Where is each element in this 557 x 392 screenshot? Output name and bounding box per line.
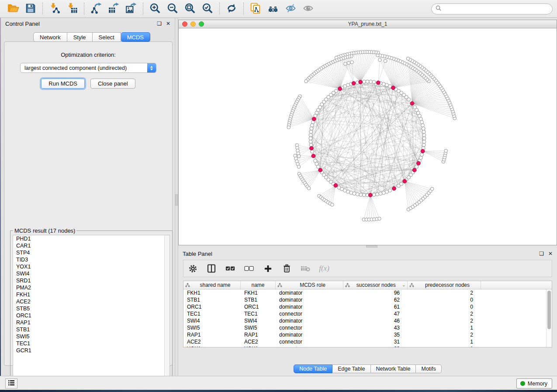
run-mcds-button[interactable]: Run MCDS — [41, 79, 85, 89]
graph-leaf-node[interactable] — [330, 203, 334, 206]
graph-leaf-node[interactable] — [344, 62, 347, 66]
table-cell[interactable]: 31 — [343, 338, 408, 345]
search-input[interactable] — [443, 6, 548, 12]
zoom-out-button[interactable] — [164, 1, 181, 16]
float-panel-icon[interactable]: ❏ — [539, 251, 544, 256]
table-cell[interactable]: 2 — [408, 289, 481, 296]
table-cell[interactable]: SWI4 — [241, 317, 276, 324]
table-cell[interactable]: 61 — [343, 303, 408, 310]
column-header-MCDS-role[interactable]: MCDS role — [276, 281, 343, 289]
graph-mcds-hub-node[interactable] — [410, 102, 414, 106]
graph-leaf-node[interactable] — [378, 217, 381, 220]
column-header-shared-name[interactable]: shared name — [183, 281, 241, 289]
table-cell[interactable]: connector — [276, 345, 343, 347]
table-cell[interactable]: 2 — [408, 310, 481, 317]
mcds-result-item[interactable]: PHD1 — [13, 235, 170, 242]
table-cell[interactable]: STB1 — [241, 296, 276, 303]
table-cell[interactable]: 1 — [408, 324, 481, 331]
table-row[interactable]: ORC1ORC1dominator610 — [183, 303, 546, 310]
mcds-result-item[interactable]: TEC1 — [13, 340, 170, 347]
table-cell[interactable]: dominator — [276, 303, 343, 310]
apply-layout-button[interactable] — [223, 1, 240, 16]
graph-node[interactable] — [382, 82, 385, 86]
graph-node[interactable] — [422, 140, 426, 144]
memory-button[interactable]: Memory — [516, 378, 552, 389]
close-panel-button[interactable]: Close panel — [90, 79, 135, 89]
graph-node[interactable] — [421, 124, 424, 127]
show-all-button[interactable] — [299, 1, 317, 16]
mcds-result-item[interactable]: RAP1 — [13, 319, 170, 326]
zoom-fit-button[interactable] — [181, 1, 199, 16]
table-row[interactable]: ACE2ACE2connector311 — [183, 338, 546, 345]
graph-node[interactable] — [422, 130, 426, 134]
table-cell[interactable]: 43 — [343, 324, 408, 331]
graph-mcds-hub-node[interactable] — [310, 146, 314, 150]
graph-node[interactable] — [420, 153, 424, 156]
graph-leaf-node[interactable] — [304, 79, 308, 83]
graph-node[interactable] — [310, 127, 313, 130]
table-cell[interactable]: SWI5 — [183, 324, 241, 331]
table-cell[interactable]: ORC1 — [241, 303, 276, 310]
table-cell[interactable]: 0 — [408, 303, 481, 310]
mcds-result-item[interactable]: STB5 — [13, 305, 170, 312]
graph-mcds-hub-node[interactable] — [392, 186, 396, 190]
mcds-result-item[interactable]: TID3 — [13, 256, 170, 263]
table-cell[interactable]: RAP1 — [183, 331, 241, 338]
table-cell[interactable]: SWI5 — [241, 324, 276, 331]
network-canvas[interactable] — [179, 28, 557, 245]
graph-node[interactable] — [413, 106, 417, 109]
table-cell[interactable]: 1 — [408, 345, 481, 347]
tab-network[interactable]: Network — [33, 32, 67, 42]
export-table-button[interactable] — [105, 1, 122, 16]
graph-mcds-hub-node[interactable] — [352, 81, 356, 85]
graph-leaf-node[interactable] — [307, 187, 311, 190]
delete-column-button[interactable] — [282, 264, 291, 273]
table-cell[interactable]: TEC1 — [183, 310, 241, 317]
clone-network-button[interactable] — [247, 1, 264, 16]
table-cell[interactable]: dominator — [276, 331, 343, 338]
column-header-predecessor-nodes[interactable]: predecessor nodes — [408, 281, 481, 289]
deselect-all-button[interactable] — [244, 264, 254, 273]
mcds-result-item[interactable]: ORC1 — [13, 312, 170, 319]
table-cell[interactable]: TEC1 — [241, 310, 276, 317]
graph-node[interactable] — [309, 130, 313, 134]
graph-mcds-hub-node[interactable] — [376, 81, 380, 85]
graph-mcds-hub-node[interactable] — [368, 193, 372, 197]
graph-node[interactable] — [309, 140, 312, 144]
table-cell[interactable]: dominator — [276, 296, 343, 303]
tab-mcds[interactable]: MCDS — [121, 32, 150, 42]
zoom-selected-button[interactable] — [199, 1, 216, 16]
graph-mcds-hub-node[interactable] — [311, 154, 315, 158]
mcds-result-item[interactable]: CAR1 — [13, 242, 170, 249]
graph-node[interactable] — [316, 165, 320, 168]
graph-node[interactable] — [422, 127, 425, 130]
table-cell[interactable]: RAP1 — [241, 331, 276, 338]
column-header-successor-nodes[interactable]: successor nodes⌄ — [343, 281, 408, 289]
table-cell[interactable]: 2 — [408, 331, 481, 338]
graph-leaf-node[interactable] — [297, 155, 301, 158]
mcds-result-item[interactable]: FKH1 — [13, 291, 170, 298]
graph-node[interactable] — [359, 193, 363, 196]
table-settings-button[interactable] — [188, 264, 197, 273]
table-row[interactable]: STB1STB1dominator620 — [183, 296, 546, 303]
graph-node[interactable] — [311, 124, 314, 127]
mcds-result-item[interactable]: ACE2 — [13, 298, 170, 305]
graph-leaf-node[interactable] — [350, 61, 354, 64]
import-table-button[interactable] — [63, 1, 81, 16]
graph-node[interactable] — [362, 80, 366, 83]
table-cell[interactable]: 62 — [343, 296, 408, 303]
graph-mcds-hub-node[interactable] — [412, 168, 416, 172]
mcds-result-item[interactable]: SRD1 — [13, 277, 170, 284]
table-cell[interactable]: YOX1 — [183, 345, 241, 347]
graph-mcds-hub-node[interactable] — [334, 183, 338, 187]
graph-leaf-node[interactable] — [444, 149, 448, 153]
table-cell[interactable]: YOX1 — [241, 345, 276, 347]
graph-mcds-hub-node[interactable] — [416, 162, 420, 165]
delete-table-button[interactable] — [301, 264, 310, 273]
save-session-button[interactable] — [22, 1, 39, 16]
graph-node[interactable] — [400, 182, 403, 186]
graph-node[interactable] — [372, 193, 376, 196]
mcds-result-item[interactable]: PMA2 — [13, 284, 170, 291]
graph-leaf-node[interactable] — [430, 187, 434, 191]
table-cell[interactable]: ORC1 — [183, 303, 241, 310]
